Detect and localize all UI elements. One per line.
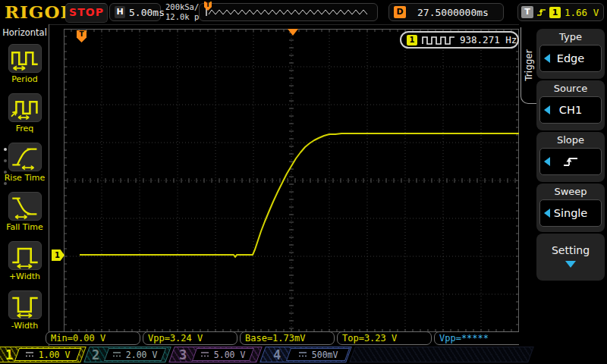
channel2-number[interactable]: 2	[92, 347, 99, 362]
menu-item-label: Fall Time	[0, 222, 49, 232]
rigol-logo: RIGOL	[5, 2, 74, 22]
chevron-left-icon	[544, 54, 550, 63]
rise-time-icon	[8, 143, 42, 171]
menu-item-period[interactable]: Period	[0, 44, 49, 84]
trigger-menu-panel: Trigger Type Edge Source CH1 Slope	[519, 24, 607, 346]
channel1-scale: 1.00 V	[39, 350, 71, 360]
trigger-slope-button[interactable]: Slope	[536, 132, 605, 182]
channel4-number[interactable]: 4	[273, 347, 281, 362]
trigger-sweep-button[interactable]: Sweep Single	[536, 184, 605, 232]
left-menu-title: Horizontal	[0, 27, 49, 38]
square-wave-icon	[421, 35, 456, 46]
dc-coupling-icon	[200, 351, 209, 358]
chevron-left-icon	[544, 157, 550, 166]
frequency-value: 938.271 Hz	[460, 34, 517, 46]
trigger-delay-marker[interactable]	[288, 29, 298, 36]
measurement-top: Top=3.23 V	[337, 331, 432, 345]
channel2-scale-box[interactable]: 2.00 V	[104, 348, 166, 361]
plus-width-icon	[8, 241, 42, 270]
menu-item-label: Period	[0, 74, 49, 84]
trigger-tab-label: Trigger	[524, 49, 534, 80]
slope-label: Slope	[536, 132, 605, 146]
horizontal-position-indicator[interactable]: T	[199, 3, 378, 21]
rising-slope-icon	[561, 155, 580, 168]
timebase-value: 5.00ms	[129, 7, 165, 18]
channel4-scale-box[interactable]: 500mV	[286, 348, 350, 361]
top-status-bar: RIGOL STOP H 5.00ms 200kSa/s 12.0k pts T…	[0, 0, 607, 25]
trigger-type-button[interactable]: Type Edge	[536, 29, 605, 79]
trigger-badge: T	[521, 6, 533, 18]
trigger-source-badge: 1	[549, 7, 561, 18]
menu-item-label: +Width	[0, 271, 49, 281]
menu-item-plus-width[interactable]: +Width	[0, 241, 49, 281]
menu-item-label: Rise Time	[0, 173, 49, 183]
delay-value: 27.5000000ms	[417, 7, 489, 18]
chevron-left-icon	[544, 105, 550, 115]
channel3-scale-box[interactable]: 5.00 V	[192, 348, 254, 361]
waveform-display-grid	[64, 29, 519, 332]
menu-item-fall-time[interactable]: Fall Time	[0, 192, 49, 232]
menu-item-rise-time[interactable]: Rise Time	[0, 143, 49, 183]
channel3-number[interactable]: 3	[179, 347, 187, 362]
measurement-min: Min=0.00 V	[46, 331, 140, 345]
left-menu-horizontal-measure: Horizontal Period Freq Rise Time	[0, 24, 49, 346]
menu-item-label: -Width	[0, 321, 49, 331]
source-label: Source	[536, 80, 605, 94]
source-value: CH1	[559, 104, 582, 116]
horizontal-timebase-readout: H 5.00ms	[109, 3, 161, 21]
trigger-source-button[interactable]: Source CH1	[536, 80, 605, 130]
delay-badge: D	[394, 6, 406, 18]
channel1-scale-box[interactable]: 1.00 V	[14, 348, 81, 361]
sweep-value: Single	[554, 207, 588, 219]
sweep-label: Sweep	[536, 184, 605, 197]
trigger-delay-readout: D 27.5000000ms	[388, 3, 504, 21]
menu-item-minus-width[interactable]: -Width	[0, 290, 49, 331]
menu-item-label: Freq	[0, 124, 49, 133]
frequency-counter-readout: 1 938.271 Hz	[400, 31, 519, 49]
dc-coupling-icon	[298, 351, 307, 358]
run-state-button[interactable]: STOP	[65, 3, 108, 23]
empty-section	[349, 347, 534, 362]
dc-coupling-icon	[112, 351, 121, 358]
channel4-scale: 500mV	[312, 350, 338, 360]
oscilloscope-screen: RIGOL STOP H 5.00ms 200kSa/s 12.0k pts T…	[0, 0, 607, 364]
trigger-menu-tab: Trigger	[521, 27, 536, 104]
rising-slope-icon	[536, 7, 547, 17]
measurement-vpp: Vpp=3.24 V	[143, 331, 237, 345]
ch1-waveform-trace	[80, 133, 519, 257]
channel-status-bar: 1 1.00 V 2 2.00 V 3 5.00 V 4 500mV	[0, 346, 607, 364]
freq-counter-channel-badge: 1	[407, 35, 417, 46]
measurement-base: Base=1.73mV	[240, 331, 335, 345]
trigger-setting-button[interactable]: Setting	[536, 234, 605, 281]
menu-item-freq[interactable]: Freq	[0, 93, 49, 133]
channel3-scale: 5.00 V	[214, 350, 246, 360]
horizontal-badge: H	[115, 6, 125, 18]
channel1-number[interactable]: 1	[5, 347, 13, 362]
channel1-level-marker[interactable]: 1	[52, 249, 64, 261]
memory-waveform-icon	[204, 6, 373, 18]
type-label: Type	[536, 29, 605, 42]
fall-time-icon	[8, 192, 42, 221]
dc-coupling-icon	[25, 351, 34, 358]
measurement-vpp-invalid: Vpp=*****	[434, 331, 529, 345]
channel2-scale: 2.00 V	[126, 350, 158, 360]
trigger-level-value: 1.66 V	[565, 7, 599, 18]
chevron-left-icon	[544, 209, 550, 218]
setting-label: Setting	[536, 234, 605, 256]
chevron-down-icon	[565, 261, 576, 268]
menu-page-dots	[4, 148, 7, 193]
type-value: Edge	[557, 52, 585, 64]
freq-icon	[8, 93, 42, 122]
period-icon	[8, 44, 42, 73]
trigger-status-readout: T 1 1.66 V	[517, 3, 604, 21]
minus-width-icon	[8, 290, 42, 319]
